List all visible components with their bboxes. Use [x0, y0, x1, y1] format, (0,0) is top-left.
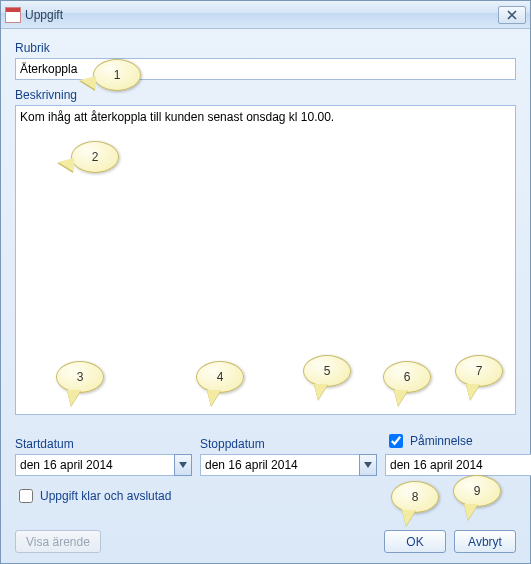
rubrik-input[interactable] — [15, 58, 516, 80]
stoppdatum-dropdown-button[interactable] — [359, 454, 377, 476]
close-button[interactable] — [498, 6, 526, 24]
rubrik-label: Rubrik — [15, 41, 516, 55]
beskrivning-wrap — [15, 105, 516, 415]
dates-row: Startdatum Stoppdatum — [15, 431, 516, 476]
close-icon — [507, 10, 517, 20]
beskrivning-label: Beskrivning — [15, 88, 516, 102]
paminnelse-date-input[interactable] — [385, 454, 531, 476]
stoppdatum-field — [200, 454, 377, 476]
chevron-down-icon — [179, 462, 187, 468]
startdatum-field — [15, 454, 192, 476]
avbryt-button[interactable]: Avbryt — [454, 530, 516, 553]
startdatum-dropdown-button[interactable] — [174, 454, 192, 476]
app-icon — [5, 7, 21, 23]
dialog-body: Rubrik Beskrivning Startdatum Stoppdatum — [1, 29, 530, 563]
paminnelse-date-field — [385, 454, 531, 476]
startdatum-label: Startdatum — [15, 437, 192, 451]
task-dialog: Uppgift Rubrik Beskrivning Startdatum — [0, 0, 531, 564]
window-title: Uppgift — [25, 8, 498, 22]
done-row: Uppgift klar och avslutad — [15, 486, 516, 506]
visa-arende-button: Visa ärende — [15, 530, 101, 553]
beskrivning-textarea[interactable] — [15, 105, 516, 415]
paminnelse-checkbox[interactable] — [389, 434, 403, 448]
stoppdatum-input[interactable] — [200, 454, 359, 476]
startdatum-input[interactable] — [15, 454, 174, 476]
paminnelse-label: Påminnelse — [410, 434, 473, 448]
titlebar: Uppgift — [1, 1, 530, 29]
stoppdatum-label: Stoppdatum — [200, 437, 377, 451]
chevron-down-icon — [364, 462, 372, 468]
footer: Visa ärende OK Avbryt — [15, 506, 516, 553]
uppgift-klar-checkbox[interactable] — [19, 489, 33, 503]
ok-button[interactable]: OK — [384, 530, 446, 553]
uppgift-klar-label: Uppgift klar och avslutad — [40, 489, 171, 503]
